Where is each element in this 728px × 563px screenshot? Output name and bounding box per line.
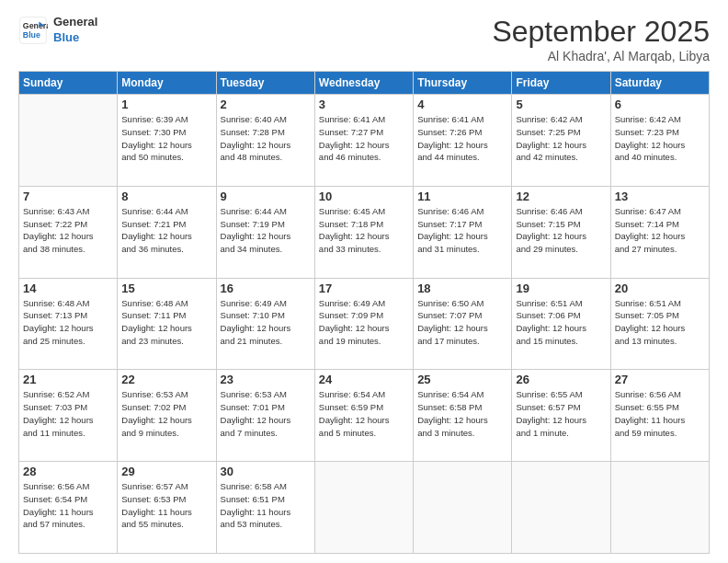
calendar-cell: 6Sunrise: 6:42 AM Sunset: 7:23 PM Daylig… <box>610 95 709 187</box>
day-number: 11 <box>417 190 507 203</box>
day-info: Sunrise: 6:54 AM Sunset: 6:59 PM Dayligh… <box>319 388 409 439</box>
day-info: Sunrise: 6:58 AM Sunset: 6:51 PM Dayligh… <box>221 480 311 531</box>
calendar-cell: 21Sunrise: 6:52 AM Sunset: 7:03 PM Dayli… <box>19 370 118 462</box>
calendar-cell: 15Sunrise: 6:48 AM Sunset: 7:11 PM Dayli… <box>118 278 216 370</box>
day-info: Sunrise: 6:47 AM Sunset: 7:14 PM Dayligh… <box>615 205 705 256</box>
day-number: 17 <box>319 282 409 295</box>
day-number: 1 <box>121 98 211 111</box>
calendar-cell <box>19 95 118 187</box>
day-info: Sunrise: 6:45 AM Sunset: 7:18 PM Dayligh… <box>319 205 409 256</box>
calendar-cell: 13Sunrise: 6:47 AM Sunset: 7:14 PM Dayli… <box>610 186 709 278</box>
day-number: 2 <box>221 98 311 111</box>
day-info: Sunrise: 6:56 AM Sunset: 6:55 PM Dayligh… <box>615 388 705 439</box>
calendar-cell: 23Sunrise: 6:53 AM Sunset: 7:01 PM Dayli… <box>216 370 314 462</box>
calendar-header-wednesday: Wednesday <box>314 72 413 95</box>
calendar-cell: 11Sunrise: 6:46 AM Sunset: 7:17 PM Dayli… <box>414 186 512 278</box>
day-number: 19 <box>516 282 606 295</box>
logo: General Blue General Blue <box>18 15 97 46</box>
calendar-cell: 3Sunrise: 6:41 AM Sunset: 7:27 PM Daylig… <box>314 95 413 187</box>
calendar-header-sunday: Sunday <box>19 72 118 95</box>
day-number: 13 <box>615 190 705 203</box>
day-number: 18 <box>417 282 507 295</box>
day-info: Sunrise: 6:57 AM Sunset: 6:53 PM Dayligh… <box>121 480 211 531</box>
calendar-header-tuesday: Tuesday <box>216 72 314 95</box>
day-number: 30 <box>221 465 311 478</box>
day-number: 29 <box>121 465 211 478</box>
calendar-cell: 19Sunrise: 6:51 AM Sunset: 7:06 PM Dayli… <box>512 278 610 370</box>
day-info: Sunrise: 6:56 AM Sunset: 6:54 PM Dayligh… <box>23 480 113 531</box>
day-number: 4 <box>417 98 507 111</box>
calendar-cell: 28Sunrise: 6:56 AM Sunset: 6:54 PM Dayli… <box>19 462 118 554</box>
calendar-cell: 2Sunrise: 6:40 AM Sunset: 7:28 PM Daylig… <box>216 95 314 187</box>
day-info: Sunrise: 6:42 AM Sunset: 7:23 PM Dayligh… <box>615 113 705 164</box>
calendar-cell <box>414 462 512 554</box>
day-info: Sunrise: 6:44 AM Sunset: 7:21 PM Dayligh… <box>121 205 211 256</box>
day-number: 27 <box>615 373 705 386</box>
day-number: 7 <box>23 190 113 203</box>
calendar-header-monday: Monday <box>118 72 216 95</box>
calendar-cell <box>512 462 610 554</box>
calendar-cell: 10Sunrise: 6:45 AM Sunset: 7:18 PM Dayli… <box>314 186 413 278</box>
day-info: Sunrise: 6:51 AM Sunset: 7:06 PM Dayligh… <box>516 297 606 348</box>
day-number: 25 <box>417 373 507 386</box>
day-number: 6 <box>615 98 705 111</box>
day-info: Sunrise: 6:46 AM Sunset: 7:17 PM Dayligh… <box>417 205 507 256</box>
day-info: Sunrise: 6:41 AM Sunset: 7:27 PM Dayligh… <box>319 113 409 164</box>
day-info: Sunrise: 6:53 AM Sunset: 7:01 PM Dayligh… <box>221 388 311 439</box>
calendar-header-row: SundayMondayTuesdayWednesdayThursdayFrid… <box>19 72 710 95</box>
calendar: SundayMondayTuesdayWednesdayThursdayFrid… <box>18 71 710 554</box>
day-info: Sunrise: 6:51 AM Sunset: 7:05 PM Dayligh… <box>615 297 705 348</box>
calendar-cell: 5Sunrise: 6:42 AM Sunset: 7:25 PM Daylig… <box>512 95 610 187</box>
day-number: 21 <box>23 373 113 386</box>
day-info: Sunrise: 6:46 AM Sunset: 7:15 PM Dayligh… <box>516 205 606 256</box>
day-number: 22 <box>121 373 211 386</box>
svg-text:General: General <box>23 21 48 30</box>
header: General Blue General Blue September 2025… <box>18 15 710 63</box>
calendar-cell <box>610 462 709 554</box>
calendar-cell: 12Sunrise: 6:46 AM Sunset: 7:15 PM Dayli… <box>512 186 610 278</box>
day-number: 9 <box>221 190 311 203</box>
calendar-cell: 1Sunrise: 6:39 AM Sunset: 7:30 PM Daylig… <box>118 95 216 187</box>
day-number: 16 <box>221 282 311 295</box>
day-info: Sunrise: 6:52 AM Sunset: 7:03 PM Dayligh… <box>23 388 113 439</box>
day-info: Sunrise: 6:53 AM Sunset: 7:02 PM Dayligh… <box>121 388 211 439</box>
location: Al Khadra', Al Marqab, Libya <box>492 49 710 63</box>
day-info: Sunrise: 6:40 AM Sunset: 7:28 PM Dayligh… <box>221 113 311 164</box>
calendar-week-3: 14Sunrise: 6:48 AM Sunset: 7:13 PM Dayli… <box>19 278 710 370</box>
calendar-cell: 9Sunrise: 6:44 AM Sunset: 7:19 PM Daylig… <box>216 186 314 278</box>
calendar-cell: 22Sunrise: 6:53 AM Sunset: 7:02 PM Dayli… <box>118 370 216 462</box>
day-info: Sunrise: 6:39 AM Sunset: 7:30 PM Dayligh… <box>121 113 211 164</box>
day-info: Sunrise: 6:49 AM Sunset: 7:09 PM Dayligh… <box>319 297 409 348</box>
calendar-header-saturday: Saturday <box>610 72 709 95</box>
calendar-week-4: 21Sunrise: 6:52 AM Sunset: 7:03 PM Dayli… <box>19 370 710 462</box>
calendar-cell: 26Sunrise: 6:55 AM Sunset: 6:57 PM Dayli… <box>512 370 610 462</box>
logo-line2: Blue <box>53 30 79 44</box>
calendar-cell: 24Sunrise: 6:54 AM Sunset: 6:59 PM Dayli… <box>314 370 413 462</box>
calendar-header-thursday: Thursday <box>414 72 512 95</box>
calendar-cell <box>314 462 413 554</box>
calendar-cell: 25Sunrise: 6:54 AM Sunset: 6:58 PM Dayli… <box>414 370 512 462</box>
day-info: Sunrise: 6:48 AM Sunset: 7:13 PM Dayligh… <box>23 297 113 348</box>
day-number: 23 <box>221 373 311 386</box>
calendar-cell: 18Sunrise: 6:50 AM Sunset: 7:07 PM Dayli… <box>414 278 512 370</box>
day-number: 12 <box>516 190 606 203</box>
day-number: 10 <box>319 190 409 203</box>
calendar-cell: 27Sunrise: 6:56 AM Sunset: 6:55 PM Dayli… <box>610 370 709 462</box>
calendar-cell: 29Sunrise: 6:57 AM Sunset: 6:53 PM Dayli… <box>118 462 216 554</box>
calendar-week-1: 1Sunrise: 6:39 AM Sunset: 7:30 PM Daylig… <box>19 95 710 187</box>
day-info: Sunrise: 6:44 AM Sunset: 7:19 PM Dayligh… <box>221 205 311 256</box>
calendar-cell: 20Sunrise: 6:51 AM Sunset: 7:05 PM Dayli… <box>610 278 709 370</box>
svg-text:Blue: Blue <box>23 30 40 40</box>
calendar-cell: 30Sunrise: 6:58 AM Sunset: 6:51 PM Dayli… <box>216 462 314 554</box>
day-info: Sunrise: 6:48 AM Sunset: 7:11 PM Dayligh… <box>121 297 211 348</box>
calendar-cell: 14Sunrise: 6:48 AM Sunset: 7:13 PM Dayli… <box>19 278 118 370</box>
day-number: 20 <box>615 282 705 295</box>
title-block: September 2025 Al Khadra', Al Marqab, Li… <box>492 15 710 63</box>
month-title: September 2025 <box>492 15 710 49</box>
day-info: Sunrise: 6:49 AM Sunset: 7:10 PM Dayligh… <box>221 297 311 348</box>
day-number: 24 <box>319 373 409 386</box>
calendar-cell: 7Sunrise: 6:43 AM Sunset: 7:22 PM Daylig… <box>19 186 118 278</box>
day-info: Sunrise: 6:50 AM Sunset: 7:07 PM Dayligh… <box>417 297 507 348</box>
day-number: 3 <box>319 98 409 111</box>
calendar-cell: 4Sunrise: 6:41 AM Sunset: 7:26 PM Daylig… <box>414 95 512 187</box>
